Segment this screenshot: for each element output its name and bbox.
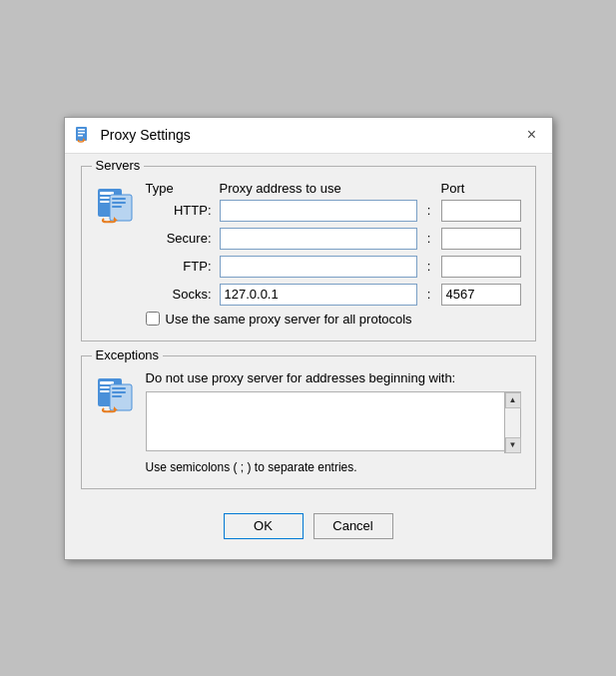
http-label: HTTP: [146, 203, 216, 218]
same-proxy-row: Use the same proxy server for all protoc… [146, 312, 521, 327]
proxy-settings-dialog: Proxy Settings × Servers [64, 117, 553, 560]
title-bar-left: Proxy Settings [73, 125, 191, 145]
svg-rect-20 [112, 391, 126, 393]
svg-rect-12 [112, 206, 122, 208]
exceptions-section-label: Exceptions [92, 347, 164, 362]
ok-button[interactable]: OK [224, 513, 304, 539]
same-proxy-label: Use the same proxy server for all protoc… [166, 312, 412, 327]
http-address-input[interactable] [220, 200, 417, 222]
servers-form: Type Proxy address to use Port HTTP: : [146, 181, 521, 327]
secure-address-input[interactable] [220, 228, 417, 250]
ftp-row: FTP: : [146, 256, 521, 278]
exceptions-inner: Do not use proxy server for addresses be… [146, 370, 521, 474]
ftp-label: FTP: [146, 259, 216, 274]
header-type: Type [146, 181, 216, 196]
scroll-down-arrow[interactable]: ▼ [505, 437, 521, 453]
form-headers: Type Proxy address to use Port [146, 181, 521, 196]
ftp-port-input[interactable] [441, 256, 521, 278]
exceptions-icon [96, 374, 136, 414]
header-colon [421, 181, 437, 196]
servers-section-label: Servers [92, 158, 145, 173]
http-colon: : [421, 203, 437, 218]
header-port: Port [441, 181, 521, 196]
svg-rect-19 [112, 387, 126, 389]
ftp-address-input[interactable] [220, 256, 417, 278]
socks-port-input[interactable] [441, 284, 521, 306]
socks-label: Socks: [146, 287, 216, 302]
socks-colon: : [421, 287, 437, 302]
exceptions-textarea-wrapper: ▲ ▼ [146, 391, 521, 454]
title-bar: Proxy Settings × [65, 118, 552, 154]
header-address: Proxy address to use [220, 181, 417, 196]
exceptions-section-content: Do not use proxy server for addresses be… [96, 370, 521, 474]
scroll-up-arrow[interactable]: ▲ [505, 392, 521, 408]
socks-row: Socks: : [146, 284, 521, 306]
secure-colon: : [421, 231, 437, 246]
button-row: OK Cancel [81, 503, 536, 543]
http-port-input[interactable] [441, 200, 521, 222]
exceptions-description: Do not use proxy server for addresses be… [146, 370, 521, 385]
ftp-colon: : [421, 259, 437, 274]
svg-rect-2 [78, 132, 85, 134]
dialog-icon [73, 125, 93, 145]
scrollbar: ▲ ▼ [504, 392, 520, 453]
same-proxy-checkbox[interactable] [146, 312, 160, 326]
svg-rect-11 [112, 202, 126, 204]
close-button[interactable]: × [520, 123, 544, 147]
semicolon-note: Use semicolons ( ; ) to separate entries… [146, 460, 521, 474]
svg-rect-1 [78, 129, 85, 131]
svg-rect-21 [112, 395, 122, 397]
servers-section: Servers [81, 166, 536, 341]
servers-section-content: Type Proxy address to use Port HTTP: : [96, 181, 521, 327]
exceptions-section: Exceptions [81, 355, 536, 489]
dialog-body: Servers [65, 154, 552, 559]
socks-address-input[interactable] [220, 284, 417, 306]
svg-rect-3 [78, 135, 83, 137]
svg-rect-17 [100, 390, 110, 392]
cancel-button[interactable]: Cancel [313, 513, 393, 539]
servers-icon [96, 185, 136, 225]
dialog-title: Proxy Settings [101, 127, 191, 143]
http-row: HTTP: : [146, 200, 521, 222]
secure-port-input[interactable] [441, 228, 521, 250]
svg-rect-10 [112, 198, 126, 200]
secure-row: Secure: : [146, 228, 521, 250]
exceptions-textarea[interactable] [146, 391, 521, 451]
svg-rect-8 [100, 201, 110, 203]
secure-label: Secure: [146, 231, 216, 246]
